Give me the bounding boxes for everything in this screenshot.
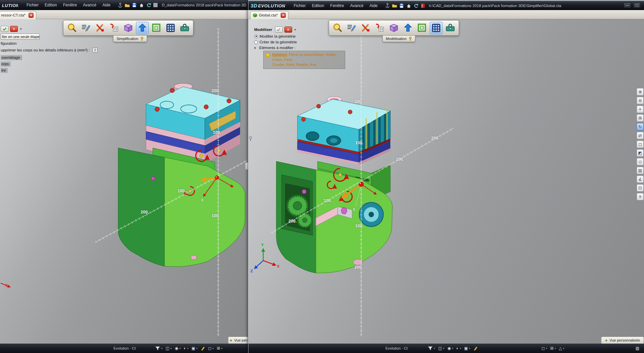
viewport-3d[interactable]: 200. 100. 200. 100. 100. 200. 100. 200. … (248, 19, 644, 344)
select-points-button[interactable] (164, 22, 177, 34)
maximize-button[interactable]: ▢ (633, 2, 641, 8)
hint-instance-link[interactable]: Instance (272, 52, 287, 56)
side-tool-zoom-target[interactable]: ⌖ (637, 106, 644, 113)
toolbox-button[interactable] (444, 22, 457, 34)
menu-edition[interactable]: Edition (42, 2, 60, 8)
visibility-button[interactable]: ◉▾ (447, 346, 453, 351)
shading-button[interactable]: ◐▾ (184, 346, 188, 351)
tab-close-button[interactable]: × (281, 13, 286, 18)
menu-fichier[interactable]: Fichier (24, 2, 42, 8)
side-tool-measure[interactable]: ∡ (637, 175, 644, 183)
suppress-threshold-input[interactable]: 0 (93, 48, 97, 52)
grid-mode-button[interactable]: ⊞▾ (550, 346, 556, 351)
panel-options-caret[interactable]: ▾ (20, 27, 22, 31)
cancel-button[interactable]: × (284, 27, 292, 33)
side-tool-view-iso[interactable]: ◩ (637, 149, 644, 157)
tree-item-assembly[interactable]: ssemblage (1, 55, 22, 60)
save-button[interactable] (398, 2, 405, 9)
expander-caret[interactable]: ▾ (254, 46, 258, 50)
document-tab[interactable]: Global.cta* × (250, 11, 288, 19)
tree-item-other[interactable]: tre (1, 68, 8, 73)
configuration-label[interactable]: figuration (1, 41, 16, 45)
toolbox-button[interactable] (178, 22, 191, 34)
filter-button[interactable]: ▾ (428, 346, 435, 351)
side-tool-zoom-in[interactable]: ⊕ (637, 88, 644, 95)
pin-icon[interactable] (249, 136, 252, 141)
menu-aide[interactable]: Aide (99, 2, 113, 8)
render-mode-button[interactable]: ◫▾ (166, 346, 172, 351)
save-button[interactable] (131, 2, 138, 8)
view-tab[interactable]: + Vue pers (228, 337, 248, 344)
menu-avance[interactable]: Avancé (347, 2, 367, 9)
annotate-button[interactable] (473, 346, 478, 351)
menu-aide[interactable]: Aide (367, 2, 381, 9)
document-path[interactable]: h:\CAD_data\Formations 2018 pack\Pack fo… (429, 4, 616, 8)
tab-close-button[interactable]: × (29, 13, 34, 18)
document-tab[interactable]: ressor-CT.cta* × (0, 11, 36, 19)
radio-create-geometry[interactable] (254, 40, 258, 44)
menu-avance[interactable]: Avancé (80, 2, 99, 8)
side-tool-partial[interactable] (245, 162, 248, 170)
frame-tool-button[interactable] (150, 22, 163, 34)
solid-tool-button[interactable] (387, 22, 400, 34)
export-tool-button[interactable] (136, 22, 149, 34)
radio-modify-label[interactable]: Modifier la géométrie (260, 34, 295, 38)
document-path[interactable]: D_data\Formations 2018 pack\Pack formati… (162, 3, 246, 7)
tree-item-bodies[interactable]: orps (1, 62, 11, 67)
solid-tool-button[interactable] (122, 22, 135, 34)
session-log-button[interactable] (419, 2, 426, 9)
menu-fenetre[interactable]: Fenêtre (60, 2, 80, 8)
compressor-body[interactable] (118, 148, 245, 267)
session-grid-button[interactable] (152, 2, 159, 8)
side-tool-shaded[interactable]: ▤ (637, 167, 644, 174)
visibility-button[interactable]: ◉▾ (175, 346, 181, 351)
side-tool-options[interactable]: ≡ (637, 193, 644, 200)
side-tool-wireframe[interactable]: ◇ (637, 158, 644, 165)
shading-button[interactable]: ◐▾ (456, 346, 461, 351)
view-tab[interactable]: + Vue personnalisée (601, 337, 644, 344)
home-button[interactable] (138, 2, 145, 8)
view-cube-button[interactable]: ◻▾ (208, 346, 214, 351)
open-file-button[interactable] (124, 2, 131, 8)
repair-tool-button[interactable] (359, 22, 372, 34)
side-tool-view-front[interactable]: ◻ (637, 141, 644, 148)
menu-fenetre[interactable]: Fenêtre (327, 2, 347, 9)
plugin-button[interactable] (117, 2, 124, 8)
display-button[interactable]: ▣▾ (464, 346, 470, 351)
home-button[interactable] (405, 2, 412, 9)
side-tool-section[interactable]: ⊡ (637, 184, 644, 192)
plugin-button[interactable] (384, 2, 391, 9)
simplify-mode-select[interactable]: fier en une seule étape ▾ (1, 34, 40, 40)
frame-tool-button[interactable] (416, 22, 428, 34)
select-points-button[interactable] (430, 22, 443, 34)
cancel-button[interactable]: × (10, 26, 18, 32)
scale-mode-button[interactable]: △▾ (559, 346, 564, 351)
side-tool-pan[interactable]: ⇄ (637, 132, 644, 139)
menu-fichier[interactable]: Fichier (291, 2, 309, 9)
import-table-button[interactable] (373, 22, 386, 34)
undo-button[interactable] (412, 2, 419, 9)
menu-edition[interactable]: Edition (309, 2, 327, 9)
export-tool-button[interactable] (402, 22, 414, 34)
open-file-button[interactable] (391, 2, 398, 9)
side-tool-zoom-out[interactable]: ⊖ (637, 97, 644, 104)
viewport-3d[interactable]: 200. 100. 100. 200. 100. X Y X Simplific… (0, 19, 248, 344)
display-button[interactable]: ▣▾ (191, 346, 197, 351)
radio-create-label[interactable]: Créer de la géométrie (260, 40, 297, 44)
render-mode-button[interactable]: ◫▾ (438, 346, 444, 351)
import-table-button[interactable] (108, 22, 121, 34)
undo-button[interactable] (145, 2, 152, 8)
view-cube-button[interactable]: ◻▾ (542, 346, 547, 351)
edit-tool-button[interactable] (345, 22, 358, 34)
ribbon-group-tag[interactable]: Simplification (113, 36, 147, 42)
corner-tool-button[interactable]: ▧ (636, 346, 639, 351)
annotate-button[interactable] (201, 346, 205, 351)
side-tool-rotate[interactable]: ↻ (637, 123, 644, 130)
panel-options-caret[interactable]: ▾ (294, 28, 296, 31)
ribbon-group-tag[interactable]: Modélisation (382, 36, 415, 42)
side-tool-zoom-fit[interactable]: ⊞ (637, 114, 644, 122)
apply-button[interactable] (1, 26, 8, 32)
radio-modify-geometry[interactable] (254, 35, 258, 38)
grid-mode-button[interactable]: ⊞▾ (217, 346, 223, 351)
apply-button[interactable] (275, 27, 283, 33)
